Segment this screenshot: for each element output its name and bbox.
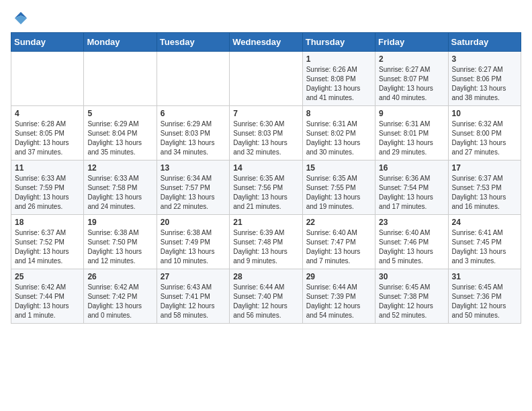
calendar-cell: 20Sunrise: 6:38 AMSunset: 7:49 PMDayligh… <box>157 215 229 269</box>
day-info: Sunrise: 6:38 AMSunset: 7:50 PMDaylight:… <box>87 228 152 266</box>
day-info: Sunrise: 6:35 AMSunset: 7:55 PMDaylight:… <box>306 174 371 212</box>
day-info: Sunrise: 6:44 AMSunset: 7:40 PMDaylight:… <box>233 283 298 320</box>
day-number: 29 <box>306 272 371 281</box>
calendar-cell: 14Sunrise: 6:35 AMSunset: 7:56 PMDayligh… <box>230 161 302 215</box>
day-number: 9 <box>379 109 444 118</box>
calendar-cell: 2Sunrise: 6:27 AMSunset: 8:07 PMDaylight… <box>375 52 448 106</box>
day-number: 4 <box>15 109 80 118</box>
day-info: Sunrise: 6:35 AMSunset: 7:56 PMDaylight:… <box>233 174 298 212</box>
calendar-cell: 26Sunrise: 6:42 AMSunset: 7:42 PMDayligh… <box>84 269 157 324</box>
day-info: Sunrise: 6:38 AMSunset: 7:49 PMDaylight:… <box>161 228 226 266</box>
calendar-cell: 4Sunrise: 6:28 AMSunset: 8:05 PMDaylight… <box>11 106 84 161</box>
calendar-cell: 25Sunrise: 6:42 AMSunset: 7:44 PMDayligh… <box>11 269 84 324</box>
day-number: 23 <box>379 218 444 227</box>
day-number: 13 <box>161 163 226 173</box>
day-number: 30 <box>379 272 444 281</box>
day-info: Sunrise: 6:33 AMSunset: 7:59 PMDaylight:… <box>15 174 80 212</box>
day-info: Sunrise: 6:37 AMSunset: 7:53 PMDaylight:… <box>452 174 517 212</box>
day-info: Sunrise: 6:45 AMSunset: 7:36 PMDaylight:… <box>452 283 517 320</box>
day-number: 28 <box>233 272 298 281</box>
day-number: 25 <box>15 272 80 281</box>
day-number: 5 <box>87 109 152 118</box>
calendar-week-3: 11Sunrise: 6:33 AMSunset: 7:59 PMDayligh… <box>11 161 521 215</box>
day-number: 7 <box>233 109 298 118</box>
calendar-cell: 22Sunrise: 6:40 AMSunset: 7:47 PMDayligh… <box>302 215 375 269</box>
calendar-cell: 31Sunrise: 6:45 AMSunset: 7:36 PMDayligh… <box>448 269 521 324</box>
calendar-header-row: SundayMondayTuesdayWednesdayThursdayFrid… <box>11 33 521 52</box>
day-info: Sunrise: 6:30 AMSunset: 8:03 PMDaylight:… <box>233 120 298 157</box>
calendar-week-4: 18Sunrise: 6:37 AMSunset: 7:52 PMDayligh… <box>11 215 521 269</box>
day-info: Sunrise: 6:44 AMSunset: 7:39 PMDaylight:… <box>306 283 371 320</box>
day-header-friday: Friday <box>375 33 448 52</box>
day-info: Sunrise: 6:33 AMSunset: 7:58 PMDaylight:… <box>87 174 152 212</box>
day-info: Sunrise: 6:32 AMSunset: 8:00 PMDaylight:… <box>452 120 517 157</box>
calendar-cell: 17Sunrise: 6:37 AMSunset: 7:53 PMDayligh… <box>448 161 521 215</box>
calendar-table: SundayMondayTuesdayWednesdayThursdayFrid… <box>11 32 521 324</box>
day-header-wednesday: Wednesday <box>230 33 302 52</box>
day-number: 31 <box>452 272 517 281</box>
calendar-cell: 21Sunrise: 6:39 AMSunset: 7:48 PMDayligh… <box>230 215 302 269</box>
page-header <box>11 11 521 26</box>
day-header-thursday: Thursday <box>302 33 375 52</box>
calendar-cell: 13Sunrise: 6:34 AMSunset: 7:57 PMDayligh… <box>157 161 229 215</box>
day-number: 17 <box>452 163 517 173</box>
day-number: 10 <box>452 109 517 118</box>
day-info: Sunrise: 6:42 AMSunset: 7:42 PMDaylight:… <box>87 283 152 320</box>
calendar-cell: 3Sunrise: 6:27 AMSunset: 8:06 PMDaylight… <box>448 52 521 106</box>
day-number: 24 <box>452 218 517 227</box>
day-info: Sunrise: 6:34 AMSunset: 7:57 PMDaylight:… <box>161 174 226 212</box>
day-info: Sunrise: 6:40 AMSunset: 7:46 PMDaylight:… <box>379 228 444 266</box>
day-info: Sunrise: 6:31 AMSunset: 8:02 PMDaylight:… <box>306 120 371 157</box>
calendar-cell: 19Sunrise: 6:38 AMSunset: 7:50 PMDayligh… <box>84 215 157 269</box>
day-number: 18 <box>15 218 80 227</box>
day-info: Sunrise: 6:28 AMSunset: 8:05 PMDaylight:… <box>15 120 80 157</box>
calendar-cell: 18Sunrise: 6:37 AMSunset: 7:52 PMDayligh… <box>11 215 84 269</box>
day-number: 1 <box>306 54 371 64</box>
calendar-cell: 7Sunrise: 6:30 AMSunset: 8:03 PMDaylight… <box>230 106 302 161</box>
day-info: Sunrise: 6:39 AMSunset: 7:48 PMDaylight:… <box>233 228 298 266</box>
day-number: 21 <box>233 218 298 227</box>
calendar-cell: 28Sunrise: 6:44 AMSunset: 7:40 PMDayligh… <box>230 269 302 324</box>
day-info: Sunrise: 6:29 AMSunset: 8:04 PMDaylight:… <box>87 120 152 157</box>
calendar-week-2: 4Sunrise: 6:28 AMSunset: 8:05 PMDaylight… <box>11 106 521 161</box>
day-number: 14 <box>233 163 298 173</box>
day-header-sunday: Sunday <box>11 33 84 52</box>
day-number: 22 <box>306 218 371 227</box>
day-header-tuesday: Tuesday <box>157 33 229 52</box>
day-number: 2 <box>379 54 444 64</box>
day-header-saturday: Saturday <box>448 33 521 52</box>
day-number: 19 <box>87 218 152 227</box>
calendar-cell: 1Sunrise: 6:26 AMSunset: 8:08 PMDaylight… <box>302 52 375 106</box>
day-info: Sunrise: 6:31 AMSunset: 8:01 PMDaylight:… <box>379 120 444 157</box>
day-info: Sunrise: 6:45 AMSunset: 7:38 PMDaylight:… <box>379 283 444 320</box>
day-info: Sunrise: 6:40 AMSunset: 7:47 PMDaylight:… <box>306 228 371 266</box>
calendar-cell: 10Sunrise: 6:32 AMSunset: 8:00 PMDayligh… <box>448 106 521 161</box>
calendar-week-1: 1Sunrise: 6:26 AMSunset: 8:08 PMDaylight… <box>11 52 521 106</box>
day-header-monday: Monday <box>84 33 157 52</box>
calendar-cell: 8Sunrise: 6:31 AMSunset: 8:02 PMDaylight… <box>302 106 375 161</box>
day-number: 12 <box>87 163 152 173</box>
calendar-cell: 9Sunrise: 6:31 AMSunset: 8:01 PMDaylight… <box>375 106 448 161</box>
calendar-week-5: 25Sunrise: 6:42 AMSunset: 7:44 PMDayligh… <box>11 269 521 324</box>
day-info: Sunrise: 6:42 AMSunset: 7:44 PMDaylight:… <box>15 283 80 320</box>
calendar-cell: 29Sunrise: 6:44 AMSunset: 7:39 PMDayligh… <box>302 269 375 324</box>
day-info: Sunrise: 6:27 AMSunset: 8:06 PMDaylight:… <box>452 65 517 103</box>
calendar-cell: 16Sunrise: 6:36 AMSunset: 7:54 PMDayligh… <box>375 161 448 215</box>
calendar-cell <box>11 52 84 106</box>
calendar-cell: 24Sunrise: 6:41 AMSunset: 7:45 PMDayligh… <box>448 215 521 269</box>
calendar-cell: 12Sunrise: 6:33 AMSunset: 7:58 PMDayligh… <box>84 161 157 215</box>
calendar-cell: 15Sunrise: 6:35 AMSunset: 7:55 PMDayligh… <box>302 161 375 215</box>
day-info: Sunrise: 6:41 AMSunset: 7:45 PMDaylight:… <box>452 228 517 266</box>
calendar-cell: 27Sunrise: 6:43 AMSunset: 7:41 PMDayligh… <box>157 269 229 324</box>
day-number: 8 <box>306 109 371 118</box>
day-info: Sunrise: 6:36 AMSunset: 7:54 PMDaylight:… <box>379 174 444 212</box>
day-info: Sunrise: 6:26 AMSunset: 8:08 PMDaylight:… <box>306 65 371 103</box>
day-number: 6 <box>161 109 226 118</box>
day-number: 16 <box>379 163 444 173</box>
day-info: Sunrise: 6:27 AMSunset: 8:07 PMDaylight:… <box>379 65 444 103</box>
calendar-cell <box>84 52 157 106</box>
calendar-cell: 6Sunrise: 6:29 AMSunset: 8:03 PMDaylight… <box>157 106 229 161</box>
day-number: 3 <box>452 54 517 64</box>
day-number: 26 <box>87 272 152 281</box>
calendar-cell <box>157 52 229 106</box>
